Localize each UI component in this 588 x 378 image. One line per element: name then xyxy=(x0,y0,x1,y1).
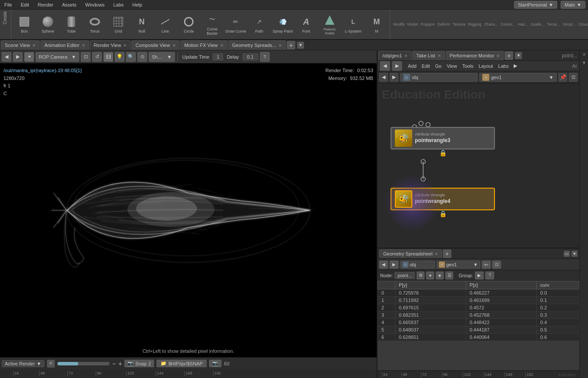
vp-zoom-reset[interactable]: 🔍 xyxy=(126,52,136,62)
shelf-line[interactable]: Line xyxy=(154,11,177,38)
menu-labs[interactable]: Labs xyxy=(111,1,125,8)
gs-geo-field[interactable]: ◈ geo1 ▼ xyxy=(437,261,480,269)
tl-slider[interactable] xyxy=(57,362,110,365)
shelf-draw-curve[interactable]: ✏Draw Curve xyxy=(224,11,247,38)
gs-pin-btn[interactable]: ⇐ xyxy=(482,261,491,269)
shelf-sphere[interactable]: Sphere xyxy=(37,11,59,38)
ng-menu-labs[interactable]: Labs xyxy=(497,63,511,69)
shelf-circle[interactable]: Circle xyxy=(177,11,200,38)
tab-render-view[interactable]: Render View ✕ xyxy=(90,40,131,50)
shelf-m[interactable]: MM xyxy=(365,11,388,38)
ng-addr-obj-field[interactable]: ◎ obj xyxy=(400,73,478,82)
node-pointwrangle3-body[interactable]: 🐝 Attribute Wrangle pointwrangle3 xyxy=(391,127,495,149)
gs-more-btn[interactable]: ▼ xyxy=(571,251,578,257)
tab-mfx-close[interactable]: ✕ xyxy=(220,43,224,48)
vp-btn3[interactable]: ↺ xyxy=(92,52,102,62)
tl-plus-btn[interactable]: + xyxy=(118,360,122,367)
shelf-spray-paint[interactable]: 💨Spray Paint xyxy=(271,11,294,38)
shelf-font[interactable]: AFont xyxy=(295,11,317,38)
workspace-btn[interactable]: Main ▼ xyxy=(561,1,585,9)
right-tab-perf-monitor[interactable]: Performance Monitor ✕ xyxy=(446,51,504,60)
tab-anim-close[interactable]: ✕ xyxy=(82,43,85,48)
gs-help-btn[interactable]: ? xyxy=(485,272,494,279)
tab-geo-close[interactable]: ✕ xyxy=(278,43,282,48)
ng-menu-layout[interactable]: Layout xyxy=(477,63,495,69)
tab-comp-close[interactable]: ✕ xyxy=(172,43,176,48)
viewport-canvas[interactable]: /out/mantra_ipr(raytrace)-19:48:05[1] 12… xyxy=(0,63,377,357)
tl-close-btn[interactable]: ✕ xyxy=(47,360,55,368)
node-pointwrangle4[interactable]: 🐝 Attribute Wrangle pointwrangle4 🔒 xyxy=(391,188,495,217)
ng-menu-tools[interactable]: Tools xyxy=(461,63,475,69)
tab-composite-view[interactable]: Composite View ✕ xyxy=(131,40,179,50)
right-tab-geo1[interactable]: /obj/geo1 ✕ xyxy=(378,51,411,60)
start-personal-btn[interactable]: StartPersonal ▼ xyxy=(514,1,558,9)
ng-pin-btn[interactable]: 📌 xyxy=(558,73,567,82)
shelf-null[interactable]: NNull xyxy=(130,11,153,38)
active-render-dropdown[interactable]: Active Render ▼ xyxy=(2,360,44,367)
menu-render[interactable]: Render xyxy=(36,1,55,8)
menu-help[interactable]: Help xyxy=(130,1,144,8)
right-tabs-more-btn[interactable]: ▼ xyxy=(515,52,522,59)
node-graph[interactable]: ◀ ▶ Add Edit Go View Tools Layout Labs ▶… xyxy=(378,61,579,248)
menu-file[interactable]: File xyxy=(3,1,14,8)
delay-value[interactable]: 0.1 xyxy=(243,53,258,60)
tab-animation-editor[interactable]: Animation Editor ✕ xyxy=(40,40,89,50)
vp-lightbulb[interactable]: 💡 xyxy=(115,52,124,62)
gs-icon-btn1[interactable]: ⚙ xyxy=(417,272,424,279)
tab-motion-fx[interactable]: Motion FX View ✕ xyxy=(180,40,227,50)
shelf-torus[interactable]: Torus xyxy=(84,11,106,38)
ng-addr-geo-field[interactable]: ◈ geo1 ▼ xyxy=(479,73,557,82)
vp-display-dropdown[interactable]: Sh... ▼ xyxy=(149,52,175,62)
right-tab-perf-close[interactable]: ✕ xyxy=(496,53,500,58)
extra-close-btn[interactable]: ✕ xyxy=(580,50,588,59)
gs-right-btn[interactable]: ⊡ xyxy=(492,261,501,269)
tab-scene-view-close[interactable]: ✕ xyxy=(32,43,36,48)
tabs-more-btn[interactable]: ▼ xyxy=(297,42,304,49)
menu-edit[interactable]: Edit xyxy=(19,1,31,8)
snap-btn[interactable]: 📷 Snap 2 xyxy=(124,360,154,367)
ng-addr-forward[interactable]: ▶ xyxy=(390,73,398,82)
gs-back-btn[interactable]: ◀ xyxy=(379,261,388,269)
tl-camera-icon-btn[interactable]: 📷 xyxy=(209,360,221,367)
node-pointwrangle3[interactable]: 🐝 Attribute Wrangle pointwrangle3 🔒 xyxy=(391,127,495,156)
vp-forward-btn[interactable]: ▶ xyxy=(13,52,23,62)
gs-table[interactable]: P[y] P[z] curv 0 0.725976 0.466227 0.0 1… xyxy=(378,281,579,370)
gs-forward-btn[interactable]: ▶ xyxy=(390,261,398,269)
ng-back-btn[interactable]: ◀ xyxy=(380,61,390,71)
vp-back-btn[interactable]: ◀ xyxy=(2,52,11,62)
gs-group-arrow-btn[interactable]: ▶ xyxy=(475,272,484,279)
gs-maximize-btn[interactable]: ▭ xyxy=(564,251,570,257)
ng-menu-edit[interactable]: Edit xyxy=(420,63,432,69)
shelf-tube[interactable]: Tube xyxy=(60,11,83,38)
ng-at-label[interactable]: At xyxy=(572,63,577,69)
right-tab-take-list[interactable]: Take List ✕ xyxy=(412,51,444,60)
right-tab-geo1-close[interactable]: ✕ xyxy=(404,53,408,58)
shelf-box[interactable]: Box xyxy=(13,11,36,38)
shelf-lsystem[interactable]: LL-System xyxy=(342,11,364,38)
tabs-add-btn[interactable]: + xyxy=(287,41,295,50)
gs-tab-close[interactable]: ✕ xyxy=(434,252,438,256)
vp-center[interactable]: ⊙ xyxy=(137,52,147,62)
shelf-path[interactable]: ↗Path xyxy=(248,11,271,38)
ng-menu-more[interactable]: ▶ xyxy=(512,63,519,69)
col-id[interactable] xyxy=(378,281,395,289)
vp-camera-dropdown[interactable]: ROP Camera ▼ xyxy=(36,52,79,62)
right-tab-take-close[interactable]: ✕ xyxy=(438,53,441,58)
vp-btn4[interactable]: 🎞 xyxy=(104,52,113,62)
menu-assets[interactable]: Assets xyxy=(60,1,78,8)
right-tabs-add-btn[interactable]: + xyxy=(504,51,513,60)
col-py[interactable]: P[y] xyxy=(395,281,466,289)
tl-minus-btn[interactable]: − xyxy=(112,360,116,367)
shelf-grid[interactable]: Grid xyxy=(107,11,130,38)
ng-menu-view[interactable]: View xyxy=(445,63,459,69)
shelf-curve-bezier[interactable]: 〜Curve Bezier xyxy=(201,11,224,38)
gs-icon-btn2[interactable]: ● xyxy=(426,272,434,279)
path-btn[interactable]: 📁 $HIP/ipr/$SNAP xyxy=(157,360,207,367)
timeline-ruler[interactable]: 24 48 72 96 120 144 168 192 xyxy=(0,369,377,378)
vp-help-btn[interactable]: ? xyxy=(260,52,270,62)
gs-tab-main[interactable]: Geometry Spreadsheet ✕ xyxy=(379,249,442,258)
gs-icon-btn4[interactable]: ☰ xyxy=(445,272,453,279)
shelf-platonic[interactable]: Platonic Solids xyxy=(318,11,341,38)
menu-windows[interactable]: Windows xyxy=(84,1,107,8)
gs-tab-add-btn[interactable]: + xyxy=(443,249,451,258)
